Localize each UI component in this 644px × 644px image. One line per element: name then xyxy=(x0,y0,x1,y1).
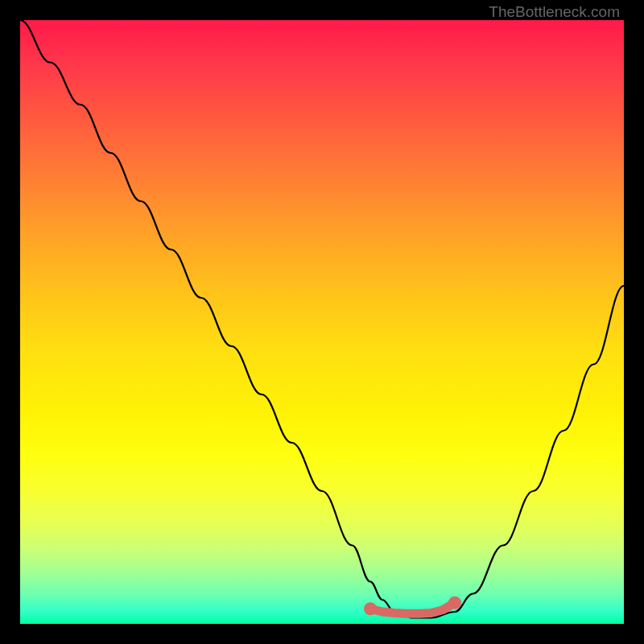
highlight-markers xyxy=(364,597,461,616)
bottleneck-curve-line xyxy=(20,20,624,618)
watermark-text: TheBottleneck.com xyxy=(489,3,620,21)
chart-svg xyxy=(20,20,624,624)
svg-point-1 xyxy=(448,597,461,609)
svg-point-0 xyxy=(364,602,377,615)
